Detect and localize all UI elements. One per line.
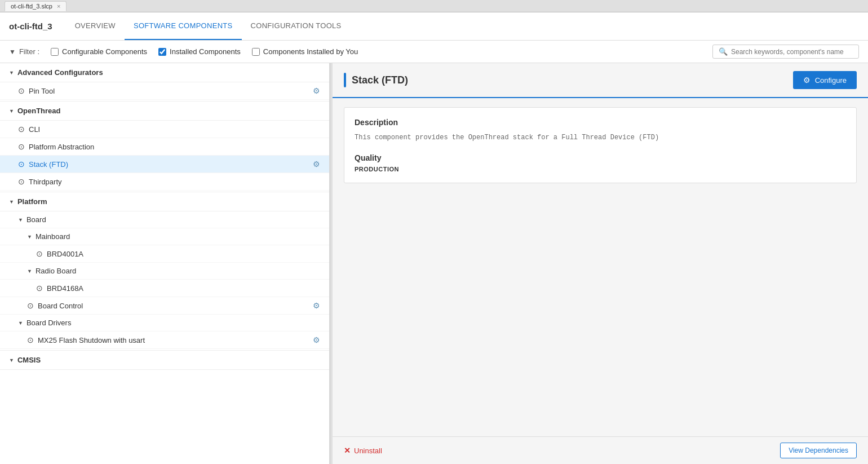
arrow-mainboard: ▼ [27, 234, 32, 240]
description-card: Description This component provides the … [344, 107, 857, 183]
close-icon[interactable]: × [57, 3, 60, 10]
installed-checkbox[interactable] [158, 48, 166, 56]
description-text: This component provides the OpenThread s… [355, 132, 846, 143]
tree-item-pin-tool[interactable]: ⊙ Pin Tool ⚙ [0, 82, 329, 100]
check-icon-platform-abstraction: ⊙ [18, 142, 25, 151]
filter-icon: ▼ [9, 48, 16, 56]
subgroup-board-drivers: ▼ Board Drivers ⊙ MX25 Flash Shutdown wi… [0, 315, 329, 349]
tab-overview[interactable]: OVERVIEW [66, 12, 125, 40]
check-icon-brd4001a: ⊙ [36, 249, 43, 258]
uninstall-icon: ✕ [344, 446, 351, 455]
stack-ftd-label: Stack (FTD) [29, 160, 68, 169]
right-footer: ✕ Uninstall View Dependencies [333, 436, 868, 464]
right-panel: Stack (FTD) ⚙ Configure Description This… [333, 63, 868, 464]
tab-software-components[interactable]: SOFTWARE COMPONENTS [125, 12, 242, 40]
group-advanced-configurators: ▼ Advanced Configurators ⊙ Pin Tool ⚙ [0, 63, 329, 100]
tree-item-thirdparty[interactable]: ⊙ Thirdparty [0, 173, 329, 191]
configure-button[interactable]: ⚙ Configure [793, 71, 857, 89]
search-input[interactable] [731, 48, 853, 56]
group-header-openthread[interactable]: ▼ OpenThread [0, 101, 329, 121]
arrow-board-drivers: ▼ [18, 320, 23, 326]
group-header-cmsis[interactable]: ▼ CMSIS [0, 350, 329, 370]
filter-bar: ▼ Filter : Configurable Components Insta… [0, 41, 868, 63]
left-panel: ▼ Advanced Configurators ⊙ Pin Tool ⚙ ▼ … [0, 63, 330, 464]
search-box: 🔍 [712, 45, 859, 59]
tree-item-brd4168a[interactable]: ⊙ BRD4168A [0, 280, 329, 297]
gear-icon-pin-tool[interactable]: ⚙ [313, 86, 320, 95]
check-icon-thirdparty: ⊙ [18, 177, 25, 186]
right-title-group: Stack (FTD) [344, 73, 408, 87]
pin-tool-label: Pin Tool [29, 87, 55, 95]
tree-item-platform-abstraction[interactable]: ⊙ Platform Abstraction [0, 138, 329, 156]
arrow-cmsis: ▼ [9, 357, 14, 363]
subgroup-radio-board: ▼ Radio Board ⊙ BRD4168A [0, 263, 329, 297]
app-header: ot-cli-ftd_3 OVERVIEW SOFTWARE COMPONENT… [0, 12, 868, 41]
tab-configuration-tools[interactable]: CONFIGURATION TOOLS [242, 12, 351, 40]
check-icon-pin-tool: ⊙ [18, 86, 25, 95]
check-icon-mx25-flash: ⊙ [27, 335, 34, 344]
window-chrome: ot-cli-ftd_3.slcp × [0, 0, 868, 12]
subgroup-board: ▼ Board ▼ Mainboard ⊙ BRD4001A [0, 211, 329, 315]
filter-by-you[interactable]: Components Installed by You [252, 47, 358, 56]
app-title: ot-cli-ftd_3 [9, 21, 52, 31]
subgroup-header-radio-board[interactable]: ▼ Radio Board [0, 263, 329, 280]
filter-configurable[interactable]: Configurable Components [51, 47, 147, 56]
right-title: Stack (FTD) [352, 74, 408, 86]
uninstall-button[interactable]: ✕ Uninstall [344, 446, 382, 455]
platform-abstraction-label: Platform Abstraction [29, 143, 94, 151]
configure-gear-icon: ⚙ [803, 76, 811, 85]
check-icon-cli: ⊙ [18, 125, 25, 134]
tree-item-cli[interactable]: ⊙ CLI [0, 121, 329, 138]
group-openthread: ▼ OpenThread ⊙ CLI ⊙ Platform Abstractio… [0, 101, 329, 191]
arrow-advanced-configurators: ▼ [9, 70, 14, 76]
view-dependencies-button[interactable]: View Dependencies [780, 443, 857, 458]
search-icon: 🔍 [719, 47, 728, 56]
uninstall-label: Uninstall [354, 447, 382, 455]
group-header-advanced-configurators[interactable]: ▼ Advanced Configurators [0, 63, 329, 82]
mx25-flash-label: MX25 Flash Shutdown with usart [38, 336, 145, 344]
tree-item-board-control[interactable]: ⊙ Board Control ⚙ [0, 297, 329, 315]
window-tab-label: ot-cli-ftd_3.slcp [11, 3, 52, 10]
view-deps-label: View Dependencies [789, 447, 848, 454]
nav-tabs: OVERVIEW SOFTWARE COMPONENTS CONFIGURATI… [66, 12, 351, 40]
by-you-checkbox[interactable] [252, 48, 260, 56]
gear-icon-mx25-flash[interactable]: ⚙ [313, 335, 320, 344]
quality-title: Quality [355, 153, 846, 162]
arrow-openthread: ▼ [9, 108, 14, 114]
check-icon-brd4168a: ⊙ [36, 284, 43, 293]
configure-label: Configure [815, 76, 847, 85]
check-icon-board-control: ⊙ [27, 301, 34, 310]
subgroup-header-board[interactable]: ▼ Board [0, 211, 329, 228]
filter-installed[interactable]: Installed Components [158, 47, 241, 56]
window-tab[interactable]: ot-cli-ftd_3.slcp × [5, 1, 67, 11]
brd4001a-label: BRD4001A [47, 250, 83, 258]
cli-label: CLI [29, 125, 40, 134]
subgroup-header-mainboard[interactable]: ▼ Mainboard [0, 228, 329, 245]
arrow-platform: ▼ [9, 199, 14, 205]
brd4168a-label: BRD4168A [47, 284, 83, 293]
title-bar-accent [344, 73, 346, 87]
gear-icon-stack-ftd[interactable]: ⚙ [313, 160, 320, 169]
description-title: Description [355, 118, 846, 127]
configurable-checkbox[interactable] [51, 48, 59, 56]
group-header-platform[interactable]: ▼ Platform [0, 192, 329, 211]
main-layout: ▼ Advanced Configurators ⊙ Pin Tool ⚙ ▼ … [0, 63, 868, 464]
group-platform: ▼ Platform ▼ Board ▼ Mainboard ⊙ B [0, 192, 329, 349]
arrow-radio-board: ▼ [27, 268, 32, 274]
thirdparty-label: Thirdparty [29, 178, 62, 186]
filter-text: Filter : [19, 47, 39, 56]
gear-icon-board-control[interactable]: ⚙ [313, 301, 320, 310]
subgroup-header-board-drivers[interactable]: ▼ Board Drivers [0, 315, 329, 332]
tree-item-brd4001a[interactable]: ⊙ BRD4001A [0, 245, 329, 263]
board-control-label: Board Control [38, 302, 83, 310]
filter-label-group: ▼ Filter : [9, 47, 39, 56]
group-cmsis: ▼ CMSIS [0, 350, 329, 370]
subgroup-mainboard: ▼ Mainboard ⊙ BRD4001A [0, 228, 329, 263]
tree-item-mx25-flash[interactable]: ⊙ MX25 Flash Shutdown with usart ⚙ [0, 332, 329, 349]
tree-item-stack-ftd[interactable]: ⊙ Stack (FTD) ⚙ [0, 156, 329, 173]
arrow-board: ▼ [18, 217, 23, 223]
quality-value: PRODUCTION [355, 166, 846, 173]
right-header: Stack (FTD) ⚙ Configure [333, 63, 868, 98]
check-icon-stack-ftd: ⊙ [18, 160, 25, 169]
right-content: Description This component provides the … [333, 98, 868, 436]
